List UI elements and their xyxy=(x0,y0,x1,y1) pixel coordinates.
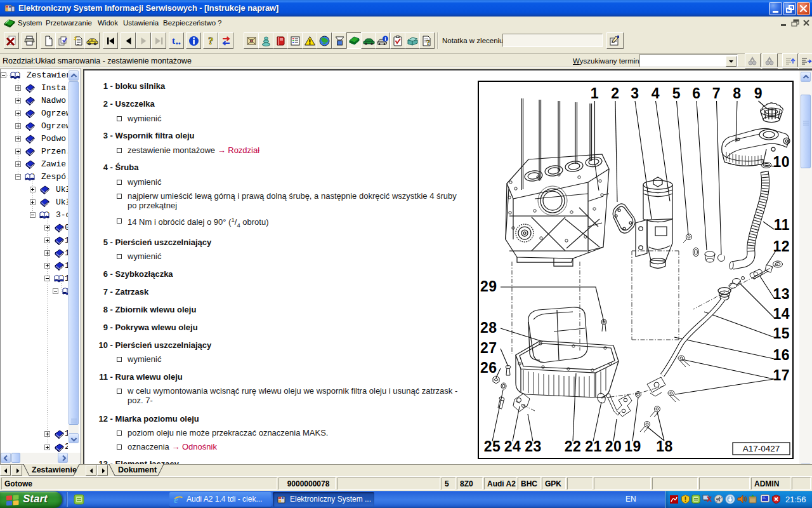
svg-text:11: 11 xyxy=(774,217,790,233)
svg-text:17: 17 xyxy=(773,367,790,384)
svg-text:3: 3 xyxy=(631,85,639,102)
svg-text:29: 29 xyxy=(480,278,497,295)
svg-text:6: 6 xyxy=(692,85,700,102)
svg-text:2: 2 xyxy=(611,85,619,102)
svg-text:4: 4 xyxy=(652,85,660,102)
svg-text:9: 9 xyxy=(754,85,763,102)
svg-text:28: 28 xyxy=(480,319,497,336)
svg-text:18: 18 xyxy=(656,438,673,455)
svg-text:?: ? xyxy=(426,38,430,47)
svg-text:5: 5 xyxy=(672,85,681,102)
svg-text:t: t xyxy=(172,36,175,46)
svg-text:1: 1 xyxy=(591,85,599,102)
svg-text:14: 14 xyxy=(773,305,790,322)
svg-text:27: 27 xyxy=(480,340,497,356)
svg-text:10: 10 xyxy=(773,154,790,170)
svg-text:A17-0427: A17-0427 xyxy=(743,444,780,453)
svg-text:13: 13 xyxy=(773,286,790,302)
svg-text:7: 7 xyxy=(712,85,721,102)
svg-text:15: 15 xyxy=(773,325,790,342)
svg-text:12: 12 xyxy=(773,238,790,255)
svg-text:16: 16 xyxy=(773,347,790,363)
svg-text:e: e xyxy=(174,495,178,505)
svg-text:26: 26 xyxy=(480,359,497,376)
svg-text:23: 23 xyxy=(525,438,542,455)
svg-text:8: 8 xyxy=(733,85,741,102)
svg-text:?: ? xyxy=(208,35,214,47)
